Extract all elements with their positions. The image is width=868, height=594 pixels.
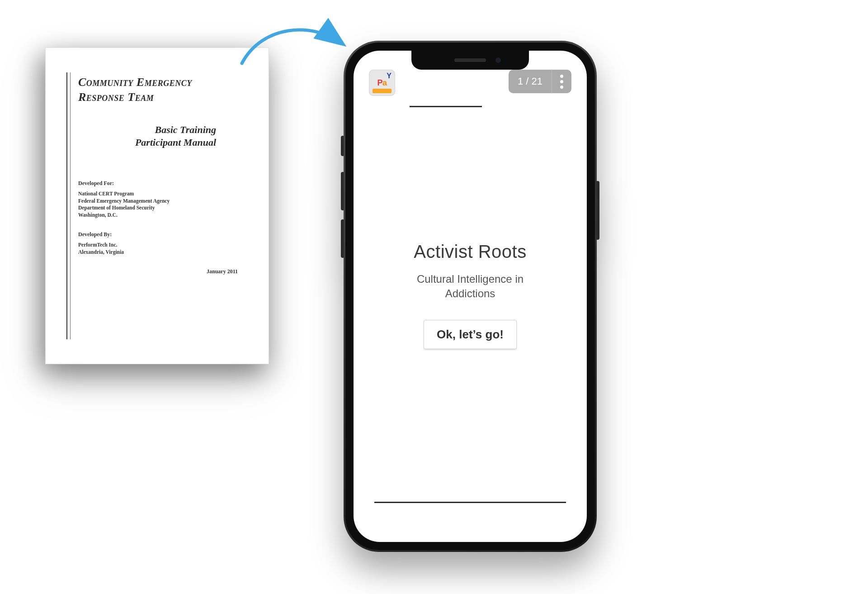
- developed-by-label: Developed By:: [78, 231, 247, 238]
- kebab-menu-icon[interactable]: [552, 70, 571, 93]
- source-document: Community Emergency Response Team Basic …: [45, 48, 269, 364]
- course-intro: Activist Roots Cultural Intelligence in …: [369, 107, 571, 502]
- logo-text: Pa: [377, 79, 387, 87]
- logo-underline: [373, 89, 392, 93]
- phone-screen: Y Pa 1 / 21 Activist Root: [354, 51, 587, 542]
- app-topbar: Y Pa 1 / 21: [369, 70, 571, 97]
- page-counter: 1 / 21: [509, 70, 552, 93]
- document-title: Community Emergency Response Team: [78, 75, 247, 105]
- developed-by-body: PerformTech Inc. Alexandria, Virginia: [78, 242, 247, 256]
- document-content: Community Emergency Response Team Basic …: [78, 75, 247, 341]
- start-button[interactable]: Ok, let’s go!: [424, 320, 517, 349]
- developed-for-label: Developed For:: [78, 180, 247, 187]
- document-subtitle: Basic Training Participant Manual: [78, 124, 247, 148]
- conversion-arrow-icon: [235, 18, 353, 72]
- logo-figure-icon: Y: [387, 72, 392, 80]
- phone-mockup: Y Pa 1 / 21 Activist Root: [344, 41, 597, 552]
- canvas: Community Emergency Response Team Basic …: [0, 0, 868, 594]
- margin-rule-outer: [66, 72, 67, 339]
- margin-rule-inner: [70, 72, 71, 339]
- topbar-right: 1 / 21: [509, 70, 571, 93]
- course-title: Activist Roots: [414, 242, 526, 262]
- document-date: January 2011: [78, 268, 247, 275]
- document-page: Community Emergency Response Team Basic …: [45, 48, 269, 364]
- developed-for-body: National CERT Program Federal Emergency …: [78, 190, 247, 219]
- bottom-divider: [374, 502, 566, 503]
- app-logo[interactable]: Y Pa: [369, 70, 395, 96]
- phone-body: Y Pa 1 / 21 Activist Root: [344, 41, 597, 552]
- app-screen: Y Pa 1 / 21 Activist Root: [354, 51, 587, 542]
- course-subtitle: Cultural Intelligence in Addictions: [417, 272, 524, 301]
